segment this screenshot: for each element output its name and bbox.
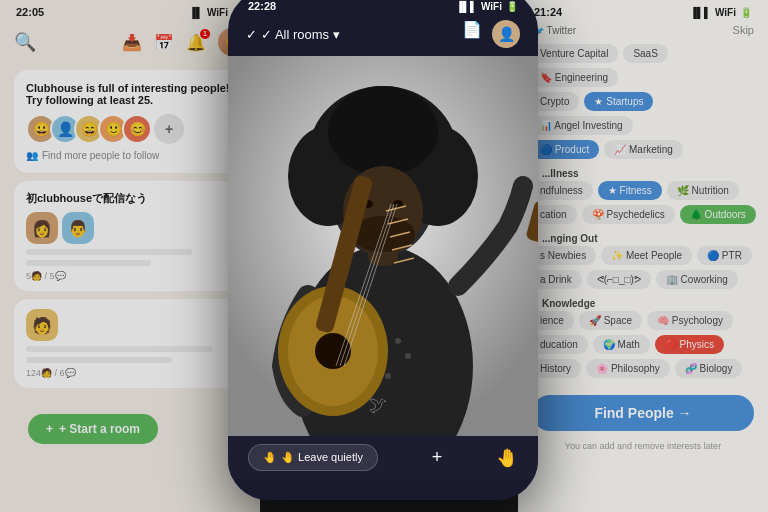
- room-avatars-2: 🧑: [26, 309, 234, 341]
- start-room-button[interactable]: + + Start a room: [28, 414, 158, 444]
- chevron-down-icon: ▾: [333, 27, 340, 42]
- tag-row-7: a Drink ᕙ(⌐□_□)ᕗ 🏢 Coworking: [530, 270, 756, 289]
- right-status-icons: ▐▌▌ WiFi 🔋: [690, 7, 752, 18]
- leave-bar: 🤚 🤚 Leave quietly + 🤚: [228, 436, 538, 479]
- leave-quietly-button[interactable]: 🤚 🤚 Leave quietly: [248, 444, 378, 471]
- notification-icon[interactable]: 🔔1: [186, 33, 206, 52]
- room-av-3: 🧑: [26, 309, 58, 341]
- tag-space[interactable]: 🚀 Space: [579, 311, 642, 330]
- room-card-2: 🧑 124🧑 / 6💬: [14, 299, 246, 388]
- tag-product[interactable]: 🔵 Product: [530, 140, 599, 159]
- wave-icon: 🤚: [263, 451, 277, 464]
- tag-psychology[interactable]: 🧠 Psychology: [647, 311, 733, 330]
- tag-outdoors[interactable]: 🌲 Outdoors: [680, 205, 756, 224]
- svg-point-7: [405, 353, 411, 359]
- middle-nav-icons: 📄 👤: [462, 20, 520, 48]
- action-bar: + + Start a room ⊞: [0, 396, 260, 462]
- tag-math[interactable]: 🌍 Math: [593, 335, 650, 354]
- follow-link[interactable]: 👥 Find more people to follow: [26, 150, 234, 161]
- tag-saas[interactable]: SaaS: [623, 44, 667, 63]
- room-av-2: 👨: [62, 212, 94, 244]
- room-title-1: 初clubhouseで配信なう: [26, 191, 234, 206]
- person-silhouette: 🕊: [228, 56, 538, 436]
- phone-left-screen: 22:05 ▐▌ WiFi 🔋 🔍 📥 📅 🔔1 😊 Clubhouse is …: [0, 0, 260, 512]
- tag-nutrition[interactable]: 🌿 Nutrition: [667, 181, 739, 200]
- phone-right-screen: 21:24 ▐▌▌ WiFi 🔋 🐦 Twitter Skip Venture …: [518, 0, 768, 512]
- svg-point-6: [385, 373, 391, 379]
- skip-button[interactable]: Skip: [733, 24, 754, 36]
- plus-icon: +: [46, 422, 53, 436]
- tag-philosophy[interactable]: 🌸 Philosophy: [586, 359, 670, 378]
- left-top-bar: 🔍 📥 📅 🔔1 😊: [0, 22, 260, 62]
- hanging-out-label: ...nging Out: [530, 229, 756, 246]
- middle-doc-icon[interactable]: 📄: [462, 20, 482, 48]
- tags-section: Venture Capital SaaS 🔖 Engineering Crypt…: [518, 40, 768, 387]
- room-stats-2: 124🧑 / 6💬: [26, 368, 234, 378]
- blur-4: [26, 357, 172, 363]
- tag-psychedelics[interactable]: 🍄 Psychedelics: [582, 205, 675, 224]
- tag-kaomoji[interactable]: ᕙ(⌐□_□)ᕗ: [587, 270, 651, 289]
- checkmark-icon: ✓: [246, 27, 257, 42]
- tag-marketing[interactable]: 📈 Marketing: [604, 140, 683, 159]
- tag-startups[interactable]: ★ Startups: [584, 92, 653, 111]
- tag-row-9: ducation 🌍 Math 🔴 Physics: [530, 335, 756, 354]
- rooms-label[interactable]: ✓ ✓ All rooms ▾: [246, 27, 340, 42]
- tag-row-2: Crypto ★ Startups 📊 Angel Investing: [530, 92, 756, 135]
- calendar-icon[interactable]: 📅: [154, 33, 174, 52]
- phone-middle-screen: 22:28 ▐▌▌ WiFi 🔋 ✓ ✓ All rooms ▾ 📄 👤: [228, 0, 538, 500]
- room-stats-1: 5🧑 / 5💬: [26, 271, 234, 281]
- svg-point-13: [328, 86, 438, 176]
- right-time: 21:24: [534, 6, 562, 18]
- middle-status-bar: 22:28 ▐▌▌ WiFi 🔋: [228, 0, 538, 16]
- tag-angel[interactable]: 📊 Angel Investing: [530, 116, 633, 135]
- right-status-bar: 21:24 ▐▌▌ WiFi 🔋: [518, 0, 768, 22]
- guitar-player-image: 🕊: [228, 56, 538, 436]
- room-av-1: 👩: [26, 212, 58, 244]
- middle-time: 22:28: [248, 0, 276, 12]
- search-icon[interactable]: 🔍: [14, 31, 36, 53]
- hand-icon[interactable]: 🤚: [496, 447, 518, 469]
- tag-mindfulness[interactable]: ndfulness: [530, 181, 593, 200]
- middle-top-bar: ✓ ✓ All rooms ▾ 📄 👤: [228, 16, 538, 56]
- tag-row-5: cation 🍄 Psychedelics 🌲 Outdoors: [530, 205, 756, 224]
- tag-newbies[interactable]: s Newbies: [530, 246, 596, 265]
- svg-point-4: [395, 338, 401, 344]
- svg-text:🕊: 🕊: [369, 395, 387, 415]
- knowledge-label: Knowledge: [530, 294, 756, 311]
- middle-status-icons: ▐▌▌ WiFi 🔋: [456, 1, 518, 12]
- avatar-5: 😊: [122, 114, 152, 144]
- twitter-bar: 🐦 Twitter Skip: [518, 22, 768, 40]
- wellness-label: ...llness: [530, 164, 756, 181]
- tag-edu[interactable]: ducation: [530, 335, 588, 354]
- tag-fitness[interactable]: ★ Fitness: [598, 181, 662, 200]
- inbox-icon[interactable]: 📥: [122, 33, 142, 52]
- tag-physics[interactable]: 🔴 Physics: [655, 335, 724, 354]
- tag-row-10: History 🌸 Philosophy 🧬 Biology: [530, 359, 756, 378]
- interests-sub-text: You can add and remove interests later: [518, 439, 768, 453]
- blur-1: [26, 249, 192, 255]
- notification-text: Clubhouse is full of interesting people!…: [26, 82, 234, 106]
- blur-3: [26, 346, 213, 352]
- tag-ptr[interactable]: 🔵 PTR: [697, 246, 752, 265]
- tag-venture-capital[interactable]: Venture Capital: [530, 44, 618, 63]
- avatar-row: 😀 👤 😄 🙂 😊 +: [26, 114, 234, 144]
- find-people-button[interactable]: Find People →: [532, 395, 754, 431]
- tag-engineering[interactable]: 🔖 Engineering: [530, 68, 618, 87]
- tag-row-4: ndfulness ★ Fitness 🌿 Nutrition: [530, 181, 756, 200]
- add-icon[interactable]: +: [432, 447, 443, 468]
- more-badge: +: [154, 114, 184, 144]
- tag-row-8: ience 🚀 Space 🧠 Psychology: [530, 311, 756, 330]
- left-status-bar: 22:05 ▐▌ WiFi 🔋: [0, 0, 260, 22]
- tag-row-1: Venture Capital SaaS 🔖 Engineering: [530, 44, 756, 87]
- tag-biology[interactable]: 🧬 Biology: [675, 359, 743, 378]
- left-time: 22:05: [16, 6, 44, 18]
- tag-coworking[interactable]: 🏢 Coworking: [656, 270, 738, 289]
- tag-row-6: s Newbies ✨ Meet People 🔵 PTR: [530, 246, 756, 265]
- middle-avatar[interactable]: 👤: [492, 20, 520, 48]
- tag-meet-people[interactable]: ✨ Meet People: [601, 246, 692, 265]
- guitar-player-svg: 🕊: [228, 56, 538, 436]
- blur-2: [26, 260, 151, 266]
- room-card-1: 初clubhouseで配信なう 👩 👨 5🧑 / 5💬: [14, 181, 246, 291]
- notification-card: Clubhouse is full of interesting people!…: [14, 70, 246, 173]
- room-avatars-1: 👩 👨: [26, 212, 234, 244]
